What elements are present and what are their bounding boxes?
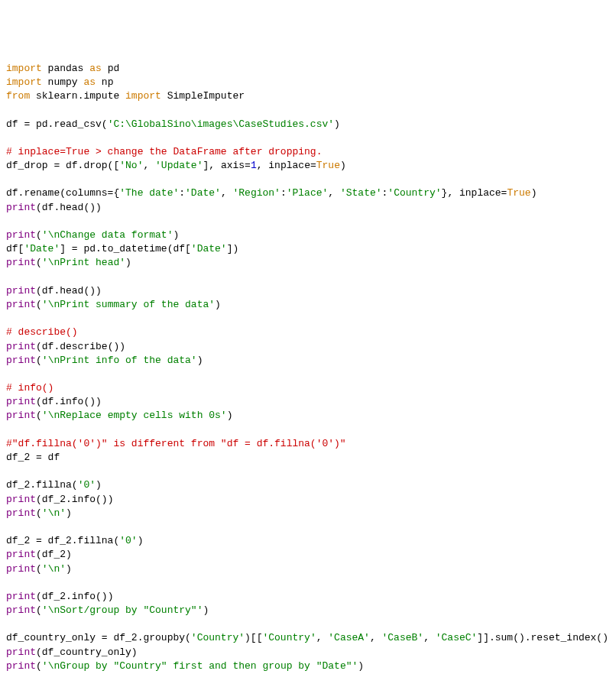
code-token: , <box>328 187 340 199</box>
code-token: df_2.fillna( <box>6 479 78 491</box>
code-line: import numpy as np <box>6 76 610 89</box>
code-line: print(df_2) <box>6 548 610 562</box>
code-line: print(df.head()) <box>6 284 610 298</box>
code-token: ] = pd.to_datetime(df[ <box>60 243 191 254</box>
code-token: ) <box>334 118 340 130</box>
code-line: df_country_only = df_2.groupby('Country'… <box>6 631 610 645</box>
code-token: ]) <box>227 243 239 254</box>
code-token: print <box>6 549 36 560</box>
code-line: import pandas as pd <box>6 62 610 76</box>
code-token: np <box>96 76 113 88</box>
code-token: (df_2.info()) <box>36 591 113 602</box>
code-token: df_2 = df_2.fillna( <box>6 535 119 546</box>
code-line: df_2.fillna('0') <box>6 478 610 492</box>
code-token: , inplace= <box>257 160 316 171</box>
code-token: , <box>143 160 155 171</box>
code-token: print <box>6 660 36 672</box>
code-token: '\nReplace empty cells with 0s' <box>42 410 227 421</box>
code-line: df = pd.read_csv('C:\GlobalSino\images\C… <box>6 118 610 131</box>
code-line <box>6 520 610 534</box>
code-token: df_2 = df <box>6 452 60 463</box>
code-line: print('\nPrint summary of the data') <box>6 298 610 312</box>
code-token: ( <box>36 257 42 268</box>
code-token: ], axis= <box>203 160 250 171</box>
code-token: ) <box>215 299 221 310</box>
code-token: ) <box>66 563 72 575</box>
code-token: print <box>6 604 36 616</box>
code-line: print(df_country_only) <box>6 646 610 659</box>
code-token: print <box>6 202 36 213</box>
code-token: '\nPrint summary of the data' <box>42 299 215 310</box>
code-token: ( <box>36 299 42 310</box>
code-token: '\nSort/group by "Country"' <box>42 604 203 616</box>
code-token: # inplace=True > change the DataFrame af… <box>6 146 322 157</box>
code-token: print <box>6 341 36 352</box>
code-token: (df.head()) <box>36 285 102 296</box>
code-token: True <box>316 160 340 171</box>
code-line <box>6 465 610 478</box>
code-token: print <box>6 591 36 602</box>
code-token: print <box>6 396 36 407</box>
code-token: '\nGroup by "Country" first and then gro… <box>42 660 358 672</box>
code-token: print <box>6 299 36 310</box>
code-token: print <box>6 563 36 575</box>
code-token: ) <box>66 507 72 519</box>
code-token: ) <box>125 257 131 268</box>
code-line: # describe() <box>6 326 610 339</box>
code-line: print(df.describe()) <box>6 340 610 354</box>
code-token: 'CaseC' <box>436 632 478 643</box>
code-token: , <box>221 187 233 199</box>
code-token: print <box>6 410 36 421</box>
code-line: print(df.info()) <box>6 395 610 409</box>
code-token: 'State' <box>340 187 382 199</box>
code-token: df_country_only = df_2.groupby( <box>6 632 191 643</box>
code-token: import <box>125 90 161 102</box>
code-token: 1 <box>251 160 257 171</box>
code-token: print <box>6 257 36 268</box>
code-line <box>6 312 610 326</box>
code-token: ) <box>96 479 102 491</box>
code-line: print('\nPrint head') <box>6 256 610 270</box>
code-token: sklearn.impute <box>30 90 125 102</box>
code-token: pandas <box>42 63 89 74</box>
code-token: ) <box>227 410 233 421</box>
code-token: ( <box>36 563 42 575</box>
code-line <box>6 215 610 228</box>
code-token: df_drop = df.drop([ <box>6 160 119 171</box>
code-line: print(df_2.info()) <box>6 590 610 604</box>
code-line: # info() <box>6 381 610 395</box>
code-line <box>6 423 610 437</box>
code-line: print('\n') <box>6 507 610 520</box>
code-token: '\nPrint head' <box>42 257 125 268</box>
code-token: df = pd.read_csv( <box>6 118 108 130</box>
code-line <box>6 131 610 145</box>
code-line: print('\n') <box>6 562 610 576</box>
code-line: # inplace=True > change the DataFrame af… <box>6 145 610 159</box>
code-line: df['Date'] = pd.to_datetime(df['Date']) <box>6 242 610 256</box>
code-line: print('\nChange data format') <box>6 228 610 242</box>
code-token: pd <box>102 63 119 74</box>
code-line <box>6 103 610 117</box>
code-line: df.rename(columns={'The date':'Date', 'R… <box>6 186 610 200</box>
code-token: 'Country' <box>191 632 245 643</box>
code-token: '\nChange data format' <box>42 229 173 241</box>
code-token: 'Place' <box>287 187 329 199</box>
code-line: from sklearn.impute import SimpleImputer <box>6 89 610 103</box>
code-token: 'C:\GlobalSino\images\CaseStudies.csv' <box>108 118 334 130</box>
code-token: '\nPrint info of the data' <box>42 355 197 366</box>
code-token: '\n' <box>42 507 66 519</box>
code-token: , <box>423 632 436 643</box>
code-line: df_drop = df.drop(['No', 'Update'], axis… <box>6 159 610 173</box>
code-token: 'Update' <box>155 160 203 171</box>
code-token: '0' <box>78 479 96 491</box>
code-token: 'Date' <box>185 187 221 199</box>
code-token: print <box>6 285 36 296</box>
code-token: ) <box>203 604 209 616</box>
code-token: 'Country' <box>387 187 441 199</box>
code-token: 'Date' <box>191 243 227 254</box>
code-token: (df.describe()) <box>36 341 125 352</box>
code-token: 'Country' <box>262 632 316 643</box>
code-token: : <box>280 187 287 199</box>
code-token: import <box>6 76 42 88</box>
code-token: , <box>370 632 382 643</box>
